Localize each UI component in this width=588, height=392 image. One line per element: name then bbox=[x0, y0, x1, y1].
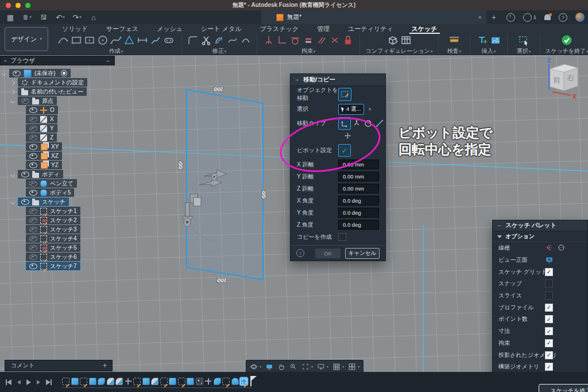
minimize-window-button[interactable] bbox=[16, 3, 21, 8]
fix-constraint-icon[interactable] bbox=[262, 34, 275, 46]
timeline-feature-extrude[interactable] bbox=[187, 378, 194, 385]
visibility-off-icon[interactable] bbox=[29, 245, 37, 251]
polygon-icon[interactable] bbox=[123, 34, 136, 46]
viewcube[interactable]: Z X 前 右 bbox=[537, 56, 588, 102]
chevron-expanded-icon[interactable] bbox=[10, 98, 15, 103]
tree-item-Y[interactable]: Y bbox=[26, 124, 57, 133]
tree-item-スケッチ[interactable]: スケッチ bbox=[18, 197, 69, 206]
ribbon-group-label[interactable]: 修正▾ bbox=[212, 47, 227, 55]
redo-icon[interactable]: ↷▾ bbox=[72, 13, 82, 22]
palette-options-section[interactable]: オプション bbox=[493, 231, 587, 242]
timeline-feature-join[interactable] bbox=[98, 378, 105, 385]
tree-row[interactable]: スケッチ2 bbox=[26, 216, 80, 224]
ribbon-group-label[interactable]: スケッチを終了▾ bbox=[545, 47, 588, 55]
tree-item-ボディ5[interactable]: ボディ5 bbox=[26, 188, 74, 197]
palette-checkbox[interactable]: ✓ bbox=[545, 327, 553, 335]
timeline-feature-fillet[interactable] bbox=[151, 378, 158, 385]
palette-checkbox[interactable] bbox=[545, 292, 553, 300]
timeline-feature-extrude[interactable] bbox=[169, 378, 176, 385]
avatar[interactable] bbox=[575, 13, 585, 22]
curve-icon[interactable] bbox=[226, 34, 239, 46]
viewport-canvas[interactable]: « ブラウザ − (未保存)ドキュメントの設定名前の付いたビュー原点OXYZXY… bbox=[0, 55, 588, 372]
visibility-off-icon[interactable] bbox=[29, 218, 37, 223]
ribbon-tab-3[interactable]: シート メタル bbox=[192, 24, 250, 34]
timeline-feature-sketch[interactable] bbox=[133, 378, 141, 385]
tree-row[interactable]: スケッチ6 bbox=[26, 253, 80, 261]
circle-icon[interactable] bbox=[96, 34, 109, 46]
timeline-feature-sketch[interactable] bbox=[240, 378, 247, 385]
ribbon-tab-6[interactable]: ユーティリティ bbox=[339, 24, 403, 34]
visibility-off-icon[interactable] bbox=[29, 117, 37, 122]
timeline-feature-join[interactable] bbox=[214, 378, 221, 385]
visibility-off-icon[interactable] bbox=[29, 126, 37, 131]
visibility-off-icon[interactable] bbox=[29, 227, 37, 232]
new-tab-icon[interactable]: + bbox=[489, 13, 498, 22]
tree-item-XY[interactable]: XY bbox=[26, 142, 62, 151]
tree-item-スケッチ7[interactable]: スケッチ7 bbox=[26, 262, 80, 270]
dialog-value-input[interactable]: 0.00 mm bbox=[338, 184, 379, 193]
select-window-icon[interactable] bbox=[517, 34, 530, 46]
timeline-feature-move[interactable] bbox=[125, 378, 132, 385]
tree-row[interactable]: ボディ bbox=[11, 170, 63, 178]
comments-panel[interactable]: コメント + bbox=[5, 360, 113, 371]
lock-icon[interactable] bbox=[342, 34, 354, 46]
display-settings-icon[interactable]: ▾ bbox=[317, 363, 328, 371]
symmetry-icon[interactable] bbox=[328, 34, 341, 46]
point-move-icon[interactable] bbox=[351, 118, 362, 129]
fit-point-spline-icon[interactable] bbox=[149, 34, 162, 46]
tree-item-ボディ[interactable]: ボディ bbox=[18, 170, 63, 178]
spline-icon[interactable] bbox=[110, 34, 122, 46]
insert-text-icon[interactable] bbox=[476, 34, 489, 46]
tree-row[interactable]: スケッチ bbox=[11, 197, 69, 206]
palette-header[interactable]: − スケッチ パレット bbox=[493, 220, 587, 231]
ribbon-tab-7[interactable]: スケッチ bbox=[403, 24, 447, 34]
workspace-selector[interactable]: デザイン ▾ bbox=[5, 27, 48, 51]
move-object-button[interactable] bbox=[338, 88, 351, 101]
edge-grip-right[interactable] bbox=[261, 190, 266, 199]
tree-row[interactable]: ボディ5 bbox=[26, 188, 74, 197]
tree-row[interactable]: スケッチ5 bbox=[26, 243, 80, 252]
tree-row[interactable]: 名前の付いたビュー bbox=[11, 87, 87, 96]
timeline-feature-sketch[interactable] bbox=[178, 378, 185, 385]
finish-sketch-button[interactable]: スケッチを終了 bbox=[539, 384, 588, 392]
rectangle-icon[interactable] bbox=[70, 34, 83, 46]
tree-item-スケッチ4[interactable]: スケッチ4 bbox=[26, 234, 80, 243]
tree-row[interactable]: YZ bbox=[26, 161, 62, 169]
ribbon-group-label[interactable]: 挿入▾ bbox=[482, 47, 496, 55]
visibility-icon[interactable] bbox=[21, 199, 29, 205]
edge-grip-top[interactable] bbox=[213, 87, 223, 92]
timeline-position-marker[interactable] bbox=[250, 376, 252, 386]
tree-row[interactable]: X bbox=[26, 115, 57, 123]
chevron-expanded-icon[interactable] bbox=[2, 71, 6, 75]
center-slot-icon[interactable] bbox=[136, 34, 149, 46]
ribbon-group-label[interactable]: 選択▾ bbox=[517, 47, 531, 55]
save-icon[interactable]: 🖫 bbox=[39, 13, 48, 22]
insert-image-icon[interactable] bbox=[489, 34, 502, 46]
play-button[interactable] bbox=[26, 379, 31, 385]
palette-checkbox[interactable]: ✓ bbox=[545, 339, 553, 347]
construction-icon[interactable] bbox=[557, 243, 566, 253]
visibility-icon[interactable] bbox=[13, 71, 21, 76]
dialog-value-input[interactable]: 0.0 deg bbox=[338, 196, 379, 205]
tree-item-スケッチ2[interactable]: スケッチ2 bbox=[26, 216, 80, 224]
tree-item-XZ[interactable]: XZ bbox=[26, 152, 62, 160]
notifications-bell-icon[interactable] bbox=[544, 14, 551, 20]
ribbon-group-label[interactable]: コンフィギュレーション▾ bbox=[366, 47, 433, 55]
tree-item-名前の付いたビュー[interactable]: 名前の付いたビュー bbox=[18, 87, 87, 96]
palette-checkbox[interactable] bbox=[545, 280, 553, 288]
tree-item-スケッチ3[interactable]: スケッチ3 bbox=[26, 225, 80, 234]
chevron-expanded-icon[interactable] bbox=[10, 172, 15, 176]
tree-row[interactable]: Y bbox=[26, 124, 57, 133]
visibility-icon[interactable] bbox=[29, 190, 37, 196]
dialog-header[interactable]: − 移動/コピー bbox=[291, 74, 385, 86]
tree-row[interactable]: スケッチ4 bbox=[26, 234, 80, 243]
two-point-rectangle-icon[interactable] bbox=[83, 34, 96, 46]
rotate-icon[interactable] bbox=[362, 118, 374, 129]
triad-move-icon[interactable] bbox=[338, 117, 351, 130]
palette-checkbox[interactable]: ✓ bbox=[545, 315, 553, 323]
visibility-icon[interactable] bbox=[29, 107, 37, 113]
ribbon-tab-1[interactable]: サーフェス bbox=[97, 24, 148, 34]
visibility-icon[interactable] bbox=[29, 263, 37, 269]
selection-button[interactable]: 4 選... bbox=[338, 104, 364, 115]
visibility-off-icon[interactable] bbox=[29, 254, 37, 260]
